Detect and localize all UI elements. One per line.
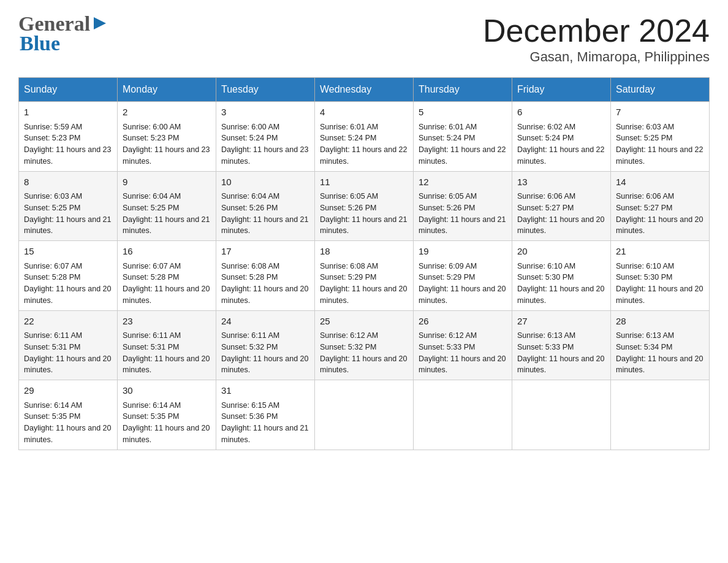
sunrise-info: Sunrise: 5:59 AM [24,123,82,131]
sunset-info: Sunset: 5:24 PM [320,134,376,142]
calendar-cell: 30 Sunrise: 6:14 AM Sunset: 5:35 PM Dayl… [118,380,216,450]
calendar-cell: 6 Sunrise: 6:02 AM Sunset: 5:24 PM Dayli… [512,102,611,172]
sunrise-info: Sunrise: 6:10 AM [616,262,674,270]
page-header: General Blue December 2024 Gasan, Mimaro… [18,12,710,65]
daylight-info: Daylight: 11 hours and 20 minutes. [24,354,111,375]
day-number: 21 [616,245,704,259]
calendar-cell: 31 Sunrise: 6:15 AM Sunset: 5:36 PM Dayl… [216,380,315,450]
daylight-info: Daylight: 11 hours and 20 minutes. [123,424,210,444]
calendar-cell [512,380,611,450]
sunset-info: Sunset: 5:24 PM [517,134,574,142]
calendar-cell: 2 Sunrise: 6:00 AM Sunset: 5:23 PM Dayli… [118,102,216,172]
sunset-info: Sunset: 5:31 PM [24,343,80,351]
sunrise-info: Sunrise: 6:06 AM [616,192,674,201]
calendar-cell: 20 Sunrise: 6:10 AM Sunset: 5:30 PM Dayl… [512,241,611,311]
sunrise-info: Sunrise: 6:10 AM [517,262,575,270]
day-number: 25 [320,315,408,329]
day-number: 10 [221,175,309,190]
calendar-cell: 5 Sunrise: 6:01 AM Sunset: 5:24 PM Dayli… [414,102,512,172]
daylight-info: Daylight: 11 hours and 21 minutes. [419,215,506,236]
sunrise-info: Sunrise: 6:07 AM [24,262,82,270]
logo-blue-text: Blue [20,32,60,55]
daylight-info: Daylight: 11 hours and 20 minutes. [320,285,407,305]
calendar-cell [315,380,414,450]
day-number: 23 [123,315,211,329]
day-number: 1 [24,105,112,120]
day-number: 26 [419,315,507,329]
calendar-week-row: 29 Sunrise: 6:14 AM Sunset: 5:35 PM Dayl… [19,380,710,450]
logo: General Blue [18,12,108,55]
calendar-cell: 11 Sunrise: 6:05 AM Sunset: 5:26 PM Dayl… [315,171,414,241]
sunset-info: Sunset: 5:27 PM [517,204,574,212]
sunset-info: Sunset: 5:34 PM [616,343,672,351]
calendar-cell: 17 Sunrise: 6:08 AM Sunset: 5:28 PM Dayl… [216,241,315,311]
day-number: 17 [221,245,309,259]
sunrise-info: Sunrise: 6:13 AM [616,331,674,340]
calendar-header-row: Sunday Monday Tuesday Wednesday Thursday… [19,78,710,102]
calendar-cell: 13 Sunrise: 6:06 AM Sunset: 5:27 PM Dayl… [512,171,611,241]
daylight-info: Daylight: 11 hours and 20 minutes. [24,424,111,444]
sunrise-info: Sunrise: 6:02 AM [517,123,575,131]
calendar-cell: 26 Sunrise: 6:12 AM Sunset: 5:33 PM Dayl… [414,310,512,380]
sunset-info: Sunset: 5:26 PM [221,204,278,212]
sunset-info: Sunset: 5:33 PM [517,343,574,351]
daylight-info: Daylight: 11 hours and 20 minutes. [221,285,308,305]
calendar-cell: 27 Sunrise: 6:13 AM Sunset: 5:33 PM Dayl… [512,310,611,380]
daylight-info: Daylight: 11 hours and 22 minutes. [616,145,703,166]
sunrise-info: Sunrise: 6:09 AM [419,262,477,270]
day-number: 6 [517,105,605,120]
sunset-info: Sunset: 5:23 PM [123,134,179,142]
calendar-month-year: December 2024 [483,12,710,49]
sunset-info: Sunset: 5:26 PM [419,204,475,212]
sunrise-info: Sunrise: 6:08 AM [320,262,378,270]
svg-marker-0 [94,17,106,29]
calendar-week-row: 22 Sunrise: 6:11 AM Sunset: 5:31 PM Dayl… [19,310,710,380]
calendar-cell: 10 Sunrise: 6:04 AM Sunset: 5:26 PM Dayl… [216,171,315,241]
calendar-cell: 23 Sunrise: 6:11 AM Sunset: 5:31 PM Dayl… [118,310,216,380]
sunrise-info: Sunrise: 6:11 AM [24,331,82,340]
sunrise-info: Sunrise: 6:14 AM [123,401,181,410]
sunrise-info: Sunrise: 6:07 AM [123,262,181,270]
sunset-info: Sunset: 5:25 PM [123,204,179,212]
calendar-week-row: 8 Sunrise: 6:03 AM Sunset: 5:25 PM Dayli… [19,171,710,241]
calendar-cell: 8 Sunrise: 6:03 AM Sunset: 5:25 PM Dayli… [19,171,118,241]
daylight-info: Daylight: 11 hours and 20 minutes. [123,285,210,305]
sunset-info: Sunset: 5:28 PM [221,273,278,282]
sunset-info: Sunset: 5:26 PM [320,204,376,212]
calendar-cell: 21 Sunrise: 6:10 AM Sunset: 5:30 PM Dayl… [611,241,710,311]
col-friday: Friday [512,78,611,102]
sunrise-info: Sunrise: 6:03 AM [616,123,674,131]
calendar-cell: 19 Sunrise: 6:09 AM Sunset: 5:29 PM Dayl… [414,241,512,311]
sunrise-info: Sunrise: 6:03 AM [24,192,82,201]
daylight-info: Daylight: 11 hours and 20 minutes. [123,354,210,375]
daylight-info: Daylight: 11 hours and 20 minutes. [616,354,703,375]
daylight-info: Daylight: 11 hours and 20 minutes. [616,285,703,305]
day-number: 15 [24,245,112,259]
sunset-info: Sunset: 5:36 PM [221,412,278,421]
sunrise-info: Sunrise: 6:05 AM [320,192,378,201]
day-number: 11 [320,175,408,190]
sunrise-info: Sunrise: 6:06 AM [517,192,575,201]
calendar-cell: 12 Sunrise: 6:05 AM Sunset: 5:26 PM Dayl… [414,171,512,241]
sunset-info: Sunset: 5:24 PM [221,134,278,142]
sunset-info: Sunset: 5:33 PM [419,343,475,351]
daylight-info: Daylight: 11 hours and 21 minutes. [24,215,111,236]
calendar-cell [414,380,512,450]
sunrise-info: Sunrise: 6:08 AM [221,262,279,270]
calendar-cell: 7 Sunrise: 6:03 AM Sunset: 5:25 PM Dayli… [611,102,710,172]
calendar-cell: 18 Sunrise: 6:08 AM Sunset: 5:29 PM Dayl… [315,241,414,311]
sunset-info: Sunset: 5:28 PM [24,273,80,282]
col-saturday: Saturday [611,78,710,102]
sunset-info: Sunset: 5:25 PM [616,134,672,142]
sunrise-info: Sunrise: 6:14 AM [24,401,82,410]
day-number: 12 [419,175,507,190]
daylight-info: Daylight: 11 hours and 20 minutes. [221,354,308,375]
daylight-info: Daylight: 11 hours and 22 minutes. [320,145,407,166]
day-number: 2 [123,105,211,120]
sunset-info: Sunset: 5:29 PM [320,273,376,282]
day-number: 20 [517,245,605,259]
daylight-info: Daylight: 11 hours and 20 minutes. [320,354,407,375]
calendar-cell: 1 Sunrise: 5:59 AM Sunset: 5:23 PM Dayli… [19,102,118,172]
sunrise-info: Sunrise: 6:00 AM [123,123,181,131]
calendar-cell: 29 Sunrise: 6:14 AM Sunset: 5:35 PM Dayl… [19,380,118,450]
